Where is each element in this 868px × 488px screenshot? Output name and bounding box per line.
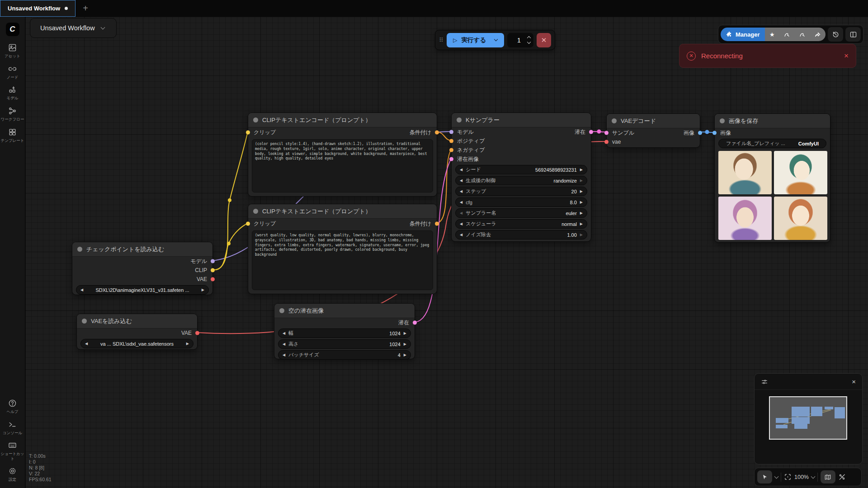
input-port-clip[interactable] <box>246 131 250 135</box>
width-widget[interactable]: ◀ 幅 1024 ▶ <box>278 328 411 338</box>
sidebar-item-models[interactable]: モデル <box>0 85 25 101</box>
queue-count-input[interactable]: 1 <box>507 33 533 47</box>
run-options-chevron-icon[interactable] <box>494 38 498 41</box>
zoom-level[interactable]: 100% <box>794 474 809 480</box>
input-port-samples[interactable] <box>604 131 609 135</box>
sidebar-item-console[interactable]: コンソール <box>0 420 25 436</box>
collapse-dot-icon[interactable] <box>720 118 725 123</box>
step-down-icon[interactable] <box>527 40 531 44</box>
next-value-icon[interactable]: ▶ <box>580 168 583 172</box>
generated-image-1[interactable] <box>718 151 772 194</box>
workflow-menu[interactable]: Unsaved Workflow <box>30 18 117 38</box>
next-value-icon[interactable]: ▶ <box>580 211 583 215</box>
history-button[interactable] <box>828 27 843 42</box>
prev-value-icon[interactable]: ◀ <box>283 342 285 346</box>
node-load-checkpoint[interactable]: チェックポイントを読み込む モデル CLIP VAE ◀ SDXL\2D\ani… <box>72 242 213 295</box>
next-value-icon[interactable]: ▶ <box>404 342 406 346</box>
node-header[interactable]: 画像を保存 <box>715 114 830 128</box>
scheduler-widget[interactable]: ◀ スケジューラ normal ▶ <box>455 219 587 229</box>
next-value-icon[interactable]: ▶ <box>404 331 406 335</box>
prev-value-icon[interactable]: ◀ <box>460 189 462 193</box>
collapse-dot-icon[interactable] <box>253 209 258 214</box>
input-port-negative[interactable] <box>449 148 453 152</box>
next-value-icon[interactable]: ▶ <box>580 200 583 204</box>
ckpt-name-widget[interactable]: ◀ SDXL\2D\animagineXLV31_v31.safeten ...… <box>76 285 209 295</box>
step-up-icon[interactable] <box>527 36 531 40</box>
generated-image-3[interactable] <box>718 197 772 240</box>
sliders-icon[interactable] <box>761 378 768 385</box>
next-value-icon[interactable]: ▶ <box>202 288 204 292</box>
node-header[interactable]: VAEデコード <box>607 114 700 128</box>
collapse-dot-icon[interactable] <box>82 319 87 324</box>
collapse-dot-icon[interactable] <box>77 247 82 252</box>
panel-toggle-button[interactable] <box>845 27 861 42</box>
output-port-model[interactable] <box>211 259 215 263</box>
cancel-run-button[interactable]: ✕ <box>537 33 551 47</box>
sidebar-item-shortcuts[interactable]: ショートカット <box>0 441 25 461</box>
input-port-model[interactable] <box>449 130 453 134</box>
toggle-links-button[interactable] <box>838 473 846 481</box>
height-widget[interactable]: ◀ 高さ 1024 ▶ <box>278 339 411 349</box>
node-header[interactable]: CLIPテキストエンコード（プロンプト） <box>248 204 437 219</box>
generated-image-2[interactable] <box>774 151 827 194</box>
sidebar-item-help[interactable]: ヘルプ <box>0 399 25 414</box>
sidebar-item-nodes[interactable]: ノード <box>0 65 25 80</box>
denoise-widget[interactable]: ◀ ノイズ除去 1.00 ▶ <box>455 230 587 239</box>
sidebar-item-settings[interactable]: 設定 <box>0 467 25 482</box>
collapse-dot-icon[interactable] <box>457 117 462 122</box>
collapse-dot-icon[interactable] <box>612 118 617 123</box>
queue-stepper[interactable] <box>528 37 530 43</box>
control-after-generate-widget[interactable]: ◀ 生成後の制御 randomize ▶ <box>455 176 587 185</box>
pointer-tool-button[interactable] <box>757 470 772 483</box>
next-value-icon[interactable]: ▶ <box>580 222 583 226</box>
prev-value-icon[interactable]: ◀ <box>460 233 462 237</box>
node-clip-encode-negative[interactable]: CLIPテキストエンコード（プロンプト） クリップ 条件付け (worst qu… <box>248 204 437 294</box>
input-port-positive[interactable] <box>449 139 453 143</box>
manager-button[interactable]: Manager <box>721 28 765 41</box>
minimap-close-icon[interactable]: × <box>852 378 856 385</box>
prompt-textarea[interactable]: (worst quality, low quality, normal qual… <box>252 230 433 290</box>
output-port-latent[interactable] <box>589 130 593 134</box>
prev-value-icon[interactable]: ◀ <box>460 222 462 226</box>
minimap-toggle-button[interactable] <box>821 470 835 483</box>
node-header[interactable]: VAEを読み込む <box>77 314 197 328</box>
output-port-image[interactable] <box>698 131 702 135</box>
batch-size-widget[interactable]: ◀ バッチサイズ 4 ▶ <box>278 350 411 360</box>
input-port-latent-image[interactable] <box>449 157 453 161</box>
fit-view-button[interactable] <box>784 473 792 481</box>
drag-handle-icon[interactable]: ⠿ <box>439 37 443 43</box>
input-port-clip[interactable] <box>246 222 250 226</box>
zoom-chevron-icon[interactable] <box>811 474 816 479</box>
output-port-latent[interactable] <box>413 321 417 325</box>
missing-nodes-icon[interactable] <box>799 31 806 38</box>
prev-value-icon[interactable]: ◀ <box>460 211 462 215</box>
share-icon[interactable] <box>814 31 821 38</box>
toast-close-icon[interactable]: × <box>844 52 849 61</box>
star-icon[interactable]: ★ <box>769 31 775 38</box>
output-port-conditioning[interactable] <box>435 131 439 135</box>
output-port-vae[interactable] <box>211 277 215 282</box>
prev-value-icon[interactable]: ◀ <box>283 353 285 357</box>
next-value-icon[interactable]: ▶ <box>580 233 583 237</box>
next-value-icon[interactable]: ▶ <box>580 178 583 183</box>
workflow-tab[interactable]: Unsaved Workflow <box>0 0 75 17</box>
sidebar-item-assets[interactable]: アセット <box>0 43 25 59</box>
next-value-icon[interactable]: ▶ <box>404 353 406 357</box>
cfg-widget[interactable]: ◀ cfg 8.0 ▶ <box>455 197 587 207</box>
input-port-vae[interactable] <box>604 140 609 144</box>
prev-value-icon[interactable]: ◀ <box>460 200 462 204</box>
prev-value-icon[interactable]: ◀ <box>460 168 462 172</box>
node-vae-decode[interactable]: VAEデコード サンプル 画像 vae <box>606 113 700 148</box>
prev-value-icon[interactable]: ◀ <box>460 178 462 183</box>
minimap-view[interactable] <box>769 396 847 440</box>
vae-name-widget[interactable]: ◀ va ... SDXL\sdxl_vae.safetensors ▶ <box>80 339 193 348</box>
prompt-textarea[interactable]: (color pencil style:1.4), (hand-drawn sk… <box>252 139 433 192</box>
steps-widget[interactable]: ◀ ステップ 20 ▶ <box>455 187 587 196</box>
node-load-vae[interactable]: VAEを読み込む VAE ◀ va ... SDXL\sdxl_vae.safe… <box>76 314 198 350</box>
custom-nodes-icon[interactable] <box>783 31 790 38</box>
new-tab-button[interactable]: + <box>75 0 95 17</box>
filename-prefix-widget[interactable]: ファイル名_プレフィッ ... ComfyUI <box>718 139 826 148</box>
sidebar-item-templates[interactable]: テンプレート <box>0 128 25 143</box>
collapse-dot-icon[interactable] <box>253 117 258 122</box>
sidebar-item-workflows[interactable]: ワークフロー <box>0 107 25 122</box>
